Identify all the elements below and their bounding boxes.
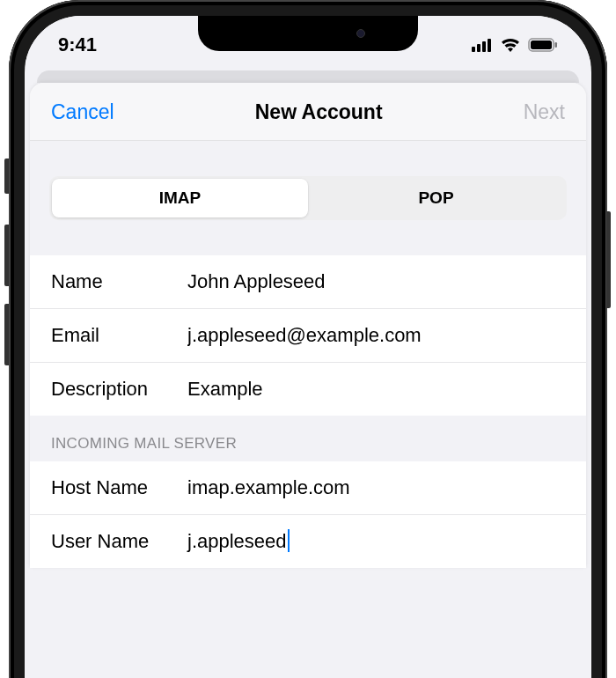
svg-rect-6 <box>555 42 558 48</box>
description-field[interactable] <box>187 378 565 401</box>
power-button <box>606 211 611 308</box>
phone-screen: 9:41 Cancel New Account Next <box>25 16 591 678</box>
name-label: Name <box>51 270 187 293</box>
cellular-signal-icon <box>472 38 493 52</box>
segment-pop[interactable]: POP <box>308 179 564 217</box>
spacer <box>30 141 586 176</box>
volume-down-button <box>4 304 9 365</box>
battery-icon <box>528 38 558 52</box>
page-title: New Account <box>255 100 383 124</box>
user-name-field[interactable]: j.appleseed <box>187 530 287 553</box>
incoming-server-header: INCOMING MAIL SERVER <box>30 416 586 461</box>
status-time: 9:41 <box>58 33 97 56</box>
svg-rect-2 <box>482 41 486 52</box>
next-button[interactable]: Next <box>524 100 565 124</box>
user-name-label: User Name <box>51 530 187 553</box>
spacer <box>30 220 586 255</box>
account-info-section: Name Email Description <box>30 255 586 416</box>
svg-rect-1 <box>477 44 480 52</box>
phone-frame: 9:41 Cancel New Account Next <box>9 0 607 678</box>
host-name-field[interactable] <box>187 476 565 499</box>
modal-sheet: Cancel New Account Next IMAP POP Name Em… <box>30 83 586 568</box>
front-camera-icon <box>356 29 365 38</box>
background-sheet <box>37 70 579 83</box>
name-row[interactable]: Name <box>30 255 586 309</box>
email-row[interactable]: Email <box>30 309 586 363</box>
description-label: Description <box>51 378 187 401</box>
email-field[interactable] <box>187 324 565 347</box>
host-name-label: Host Name <box>51 476 187 499</box>
incoming-server-section: Host Name User Name j.appleseed <box>30 461 586 568</box>
user-name-row[interactable]: User Name j.appleseed <box>30 515 586 568</box>
svg-rect-0 <box>472 47 475 52</box>
cancel-button[interactable]: Cancel <box>51 100 114 124</box>
protocol-segmented-control[interactable]: IMAP POP <box>49 176 567 220</box>
svg-rect-5 <box>531 41 552 49</box>
nav-bar: Cancel New Account Next <box>30 83 586 141</box>
silence-switch <box>4 158 9 194</box>
volume-up-button <box>4 225 9 286</box>
email-label: Email <box>51 324 187 347</box>
text-cursor-icon <box>288 529 290 552</box>
description-row[interactable]: Description <box>30 363 586 416</box>
svg-rect-3 <box>488 39 491 52</box>
host-name-row[interactable]: Host Name <box>30 461 586 515</box>
notch <box>198 16 418 51</box>
wifi-icon <box>500 37 521 53</box>
name-field[interactable] <box>187 270 565 293</box>
segment-imap[interactable]: IMAP <box>52 179 308 217</box>
